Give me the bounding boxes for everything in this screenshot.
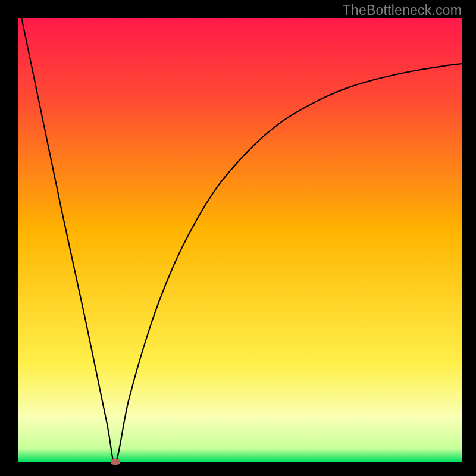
plot-area	[18, 18, 462, 462]
chart-frame: TheBottleneck.com	[0, 0, 476, 476]
minimum-marker	[111, 459, 120, 465]
watermark-text: TheBottleneck.com	[343, 2, 462, 18]
bottleneck-curve	[18, 18, 462, 462]
curve-path	[18, 0, 462, 462]
